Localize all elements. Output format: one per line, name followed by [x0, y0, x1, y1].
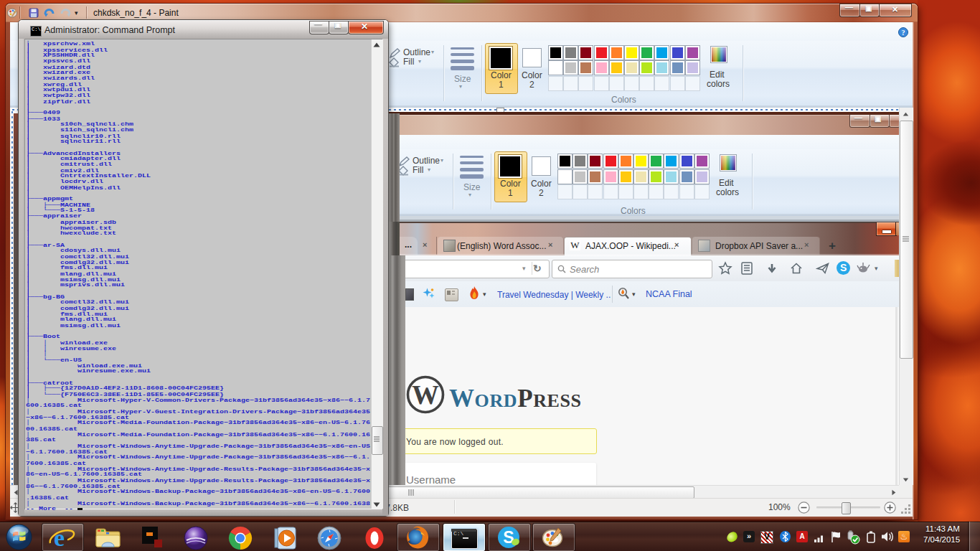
svg-text:W: W	[412, 380, 439, 410]
svg-text:?: ?	[902, 29, 905, 37]
svg-text:e: e	[54, 524, 65, 551]
